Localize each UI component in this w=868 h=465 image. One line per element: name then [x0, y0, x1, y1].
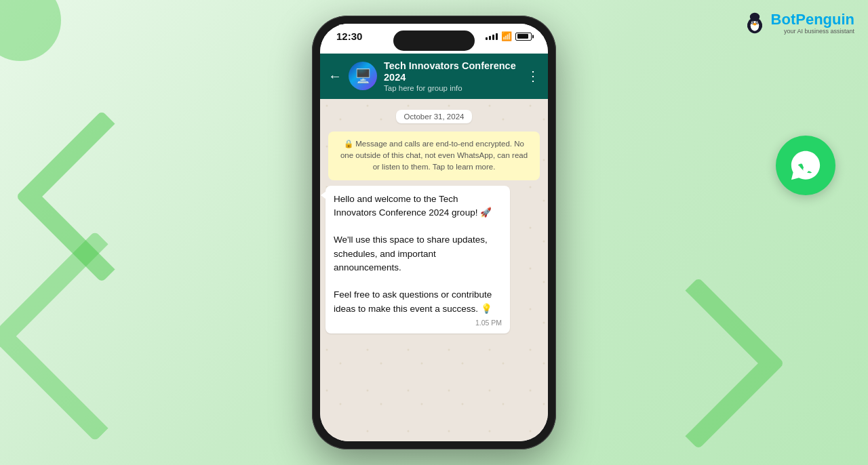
dynamic-island [393, 31, 475, 51]
message-line-1: Hello and welcome to the Tech Innovators… [334, 194, 492, 218]
svg-point-7 [757, 22, 757, 23]
svg-point-11 [749, 13, 759, 22]
group-avatar-inner: 🖥️ [349, 62, 377, 90]
bot-text: Bot [771, 11, 796, 28]
signal-bar-1 [486, 37, 488, 40]
svg-rect-10 [760, 23, 762, 28]
encryption-notice[interactable]: 🔒 Message and calls are end-to-end encry… [328, 132, 540, 180]
message-bubble: Hello and welcome to the Tech Innovators… [326, 186, 510, 333]
botpenguin-icon [743, 11, 767, 35]
status-icons: 📶 [486, 31, 532, 41]
message-line-2: We'll use this space to share updates, s… [334, 235, 488, 272]
battery-icon [515, 33, 532, 41]
group-info[interactable]: Tech Innovators Conference 2024 Tap here… [384, 60, 519, 92]
wifi-icon: 📶 [501, 31, 512, 41]
chat-header[interactable]: ← 🖥️ Tech Innovators Conference 2024 Tap… [320, 54, 548, 99]
message-time: 1.05 PM [334, 319, 502, 327]
group-subtitle: Tap here for group info [384, 84, 519, 92]
date-badge: October 31, 2024 [396, 110, 473, 123]
botpenguin-tagline: your AI business assistant [771, 28, 854, 35]
whatsapp-icon [788, 148, 823, 183]
message-text: Hello and welcome to the Tech Innovators… [334, 193, 502, 316]
date-separator: October 31, 2024 [326, 110, 542, 123]
phone-screen: 12:30 📶 ← 🖥️ [320, 24, 548, 441]
signal-bar-2 [489, 36, 491, 40]
chat-area: October 31, 2024 🔒 Message and calls are… [320, 99, 548, 441]
botpenguin-logo: BotPenguin your AI business assistant [743, 11, 854, 35]
penguin-text: Penguin [795, 11, 854, 28]
signal-bar-3 [492, 35, 494, 40]
botpenguin-text: BotPenguin your AI business assistant [771, 12, 854, 35]
battery-fill [517, 34, 528, 39]
whatsapp-circle [776, 136, 835, 195]
phone-frame: 12:30 📶 ← 🖥️ [312, 16, 556, 449]
header-menu-button[interactable]: ⋮ [526, 68, 540, 84]
back-button[interactable]: ← [328, 68, 342, 84]
status-time: 12:30 [336, 31, 362, 42]
svg-point-8 [753, 23, 756, 26]
signal-bars [486, 33, 498, 40]
svg-rect-9 [747, 23, 750, 28]
group-name: Tech Innovators Conference 2024 [384, 60, 519, 84]
signal-bar-4 [496, 33, 498, 40]
svg-point-6 [752, 22, 753, 23]
group-avatar: 🖥️ [349, 62, 377, 90]
message-line-3: Feel free to ask questions or contribute… [334, 289, 492, 313]
